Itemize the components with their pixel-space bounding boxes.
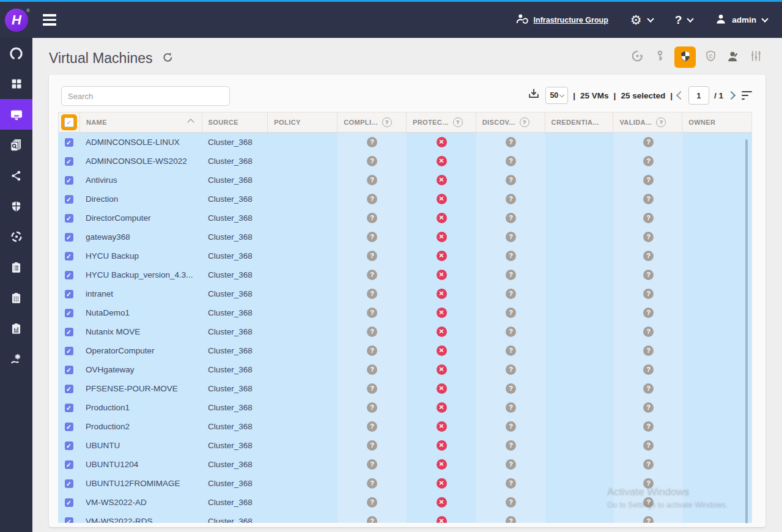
column-help-icon[interactable]: ? [382,117,392,127]
row-checkbox[interactable]: ✓ [65,157,73,166]
row-checkbox[interactable]: ✓ [65,385,73,393]
sidebar-item-file-shares[interactable] [0,130,32,160]
table-row[interactable]: ✓Production2Cluster_368?×?? [58,417,752,436]
vm-protection: × [407,379,476,398]
row-checkbox[interactable]: ✓ [65,309,73,317]
column-header-source[interactable]: SOURCE [202,113,268,132]
vm-owner [683,284,752,303]
column-help-icon[interactable]: ? [453,117,463,127]
row-checkbox[interactable]: ✓ [65,460,73,469]
column-header-discovery[interactable]: DISCOV...? [476,113,545,132]
row-checkbox[interactable]: ✓ [65,233,73,242]
table-row[interactable]: ✓Production1Cluster_368?×?? [58,398,752,417]
row-checkbox[interactable]: ✓ [65,195,73,204]
column-help-icon[interactable]: ? [656,117,666,127]
configuration-button[interactable] [748,50,764,65]
vm-compliance: ? [338,512,407,523]
row-checkbox[interactable]: ✓ [65,423,73,431]
help-menu-button[interactable]: ? [675,13,693,27]
row-checkbox[interactable]: ✓ [65,441,73,450]
column-help-icon[interactable]: ? [520,117,529,127]
table-row[interactable]: ✓PFSENSE-POUR-MOVECluster_368?×?? [58,379,752,398]
table-row[interactable]: ✓DirectorComputerCluster_368?×?? [58,209,752,227]
column-header-owner[interactable]: OWNER [682,113,751,132]
row-checkbox[interactable]: ✓ [65,366,73,374]
table-row[interactable]: ✓ADMINCONSOLE-WS2022Cluster_368?×?? [58,152,752,171]
column-header-protection[interactable]: PROTEC...? [407,113,476,132]
page-number-input[interactable] [688,86,709,105]
filter-icon[interactable] [742,91,752,100]
hycu-logo[interactable]: H® [5,9,28,32]
table-row[interactable]: ✓AntivirusCluster_368?×?? [58,171,752,190]
table-row[interactable]: ✓OVHgatewayCluster_368?×?? [58,360,752,379]
status-unknown-icon: ? [367,364,377,375]
table-row[interactable]: ✓VM-WS2022-ADCluster_368?×?? [58,493,752,512]
row-checkbox[interactable]: ✓ [65,214,73,223]
prev-page-button[interactable] [676,91,685,100]
sidebar-item-targets[interactable] [0,221,32,252]
next-page-button[interactable] [727,91,736,100]
table-row[interactable]: ✓VM-WS2022-RDSCluster_368?×?? [58,512,752,523]
vm-credentials [545,379,614,398]
column-header-compliance[interactable]: COMPLI...? [338,113,407,132]
settings-menu-button[interactable]: ⚙ [630,13,653,26]
table-row[interactable]: ✓UBUNTU12FROMIMAGECluster_368?×?? [58,474,752,493]
sidebar-item-virtual-machines[interactable] [0,99,32,130]
table-row[interactable]: ✓gateway368Cluster_368?×?? [58,227,752,246]
page-size-select[interactable]: 50 [545,87,568,104]
row-checkbox[interactable]: ✓ [65,252,73,260]
row-checkbox[interactable]: ✓ [65,404,73,412]
table-row[interactable]: ✓HYCU Backup_version_4.3...Cluster_368?×… [58,265,752,284]
column-header-policy[interactable]: POLICY [268,113,338,132]
row-checkbox[interactable]: ✓ [65,517,73,523]
restore-button[interactable] [629,50,645,65]
table-row[interactable]: ✓UBUNTUCluster_368?×?? [58,436,752,455]
user-menu-button[interactable]: admin [715,13,767,28]
sidebar-item-dashboard[interactable] [0,38,32,68]
row-checkbox[interactable]: ✓ [65,290,73,298]
vertical-scrollbar[interactable] [745,139,748,523]
compliance-button[interactable]: C [703,50,718,65]
select-all-checkbox[interactable]: ✓ [64,117,74,127]
sidebar-item-shares[interactable] [0,160,32,191]
assign-policy-button[interactable] [674,46,696,68]
column-header-validation[interactable]: VALIDA...? [613,113,682,132]
vm-source: Cluster_368 [202,284,268,303]
row-checkbox[interactable]: ✓ [65,271,73,279]
table-row[interactable]: ✓Nutanix MOVECluster_368?×?? [58,322,752,341]
sidebar-item-policies[interactable] [0,252,32,283]
sidebar-item-events[interactable] [0,283,32,313]
table-row[interactable]: ✓NutaDemo1Cluster_368?×?? [58,303,752,322]
row-checkbox[interactable]: ✓ [65,176,73,185]
column-header-name[interactable]: NAME [80,113,202,132]
export-icon[interactable] [527,87,540,103]
table-row[interactable]: ✓ADMINCONSOLE-LINUXCluster_368?×?? [58,133,752,152]
sidebar-item-reports[interactable] [0,313,32,344]
sidebar-item-protection[interactable] [0,191,32,221]
vm-owner [683,246,752,265]
table-row[interactable]: ✓HYCU BackupCluster_368?×?? [58,246,752,265]
hamburger-menu-icon[interactable] [43,14,56,26]
table-row[interactable]: ✓DirectionCluster_368?×?? [58,190,752,209]
table-row[interactable]: ✓UBUNTU1204Cluster_368?×?? [58,455,752,474]
row-checkbox[interactable]: ✓ [65,138,73,147]
table-row[interactable]: ✓OperatorComputerCluster_368?×?? [58,341,752,360]
row-checkbox[interactable]: ✓ [65,328,73,336]
row-checkbox[interactable]: ✓ [65,347,73,355]
refresh-icon[interactable] [161,51,174,66]
vm-discovery: ? [476,360,545,379]
table-row[interactable]: ✓intranetCluster_368?×?? [58,284,752,303]
search-input[interactable] [61,86,230,106]
owner-button[interactable] [725,50,741,65]
sidebar-item-applications[interactable] [0,68,32,99]
sidebar-item-administration[interactable] [0,344,32,374]
infrastructure-group-button[interactable]: Infrastructure Group [515,12,608,28]
column-header-select[interactable]: ✓ [59,113,80,132]
credentials-button[interactable] [652,50,668,65]
vm-policy [268,227,338,246]
vm-owner [683,493,752,512]
status-error-icon: × [437,383,447,394]
column-header-credentials[interactable]: CREDENTIA... [545,113,614,132]
row-checkbox[interactable]: ✓ [65,479,73,488]
row-checkbox[interactable]: ✓ [65,498,73,507]
